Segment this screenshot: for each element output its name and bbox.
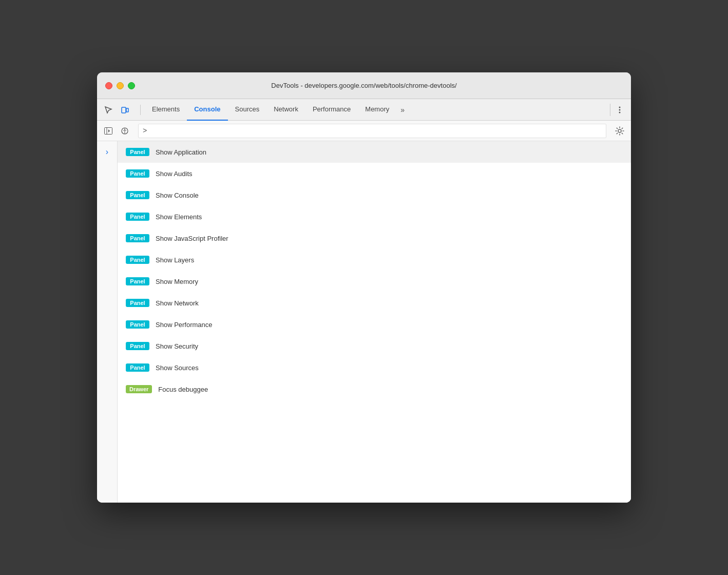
- badge-panel: Panel: [126, 256, 149, 264]
- tab-bar: Elements Console Sources Network Perform…: [97, 99, 631, 121]
- settings-icon[interactable]: [612, 124, 627, 138]
- badge-panel: Panel: [126, 299, 149, 307]
- filter-icon[interactable]: [118, 124, 132, 138]
- badge-panel: Panel: [126, 148, 149, 156]
- item-label: Show JavaScript Profiler: [156, 235, 228, 242]
- minimize-button[interactable]: [117, 82, 124, 89]
- svg-rect-0: [122, 107, 126, 113]
- tab-bar-right: [610, 103, 627, 117]
- tab-sources[interactable]: Sources: [228, 99, 267, 121]
- item-label: Show Security: [156, 342, 198, 350]
- badge-panel: Panel: [126, 363, 149, 372]
- dropdown-item[interactable]: PanelShow Elements: [118, 206, 631, 227]
- item-label: Show Console: [156, 191, 199, 199]
- svg-point-4: [619, 111, 621, 113]
- close-button[interactable]: [105, 82, 112, 89]
- more-tabs-button[interactable]: »: [396, 99, 409, 121]
- toolbar-icons: [101, 103, 132, 117]
- tab-elements[interactable]: Elements: [145, 99, 187, 121]
- badge-panel: Panel: [126, 342, 149, 350]
- maximize-button[interactable]: [128, 82, 135, 89]
- badge-panel: Panel: [126, 234, 149, 242]
- dropdown-item[interactable]: PanelShow Audits: [118, 163, 631, 184]
- content-area: [118, 400, 631, 503]
- main-content: › PanelShow ApplicationPanelShow AuditsP…: [97, 141, 631, 503]
- tab-console[interactable]: Console: [187, 99, 227, 121]
- badge-panel: Panel: [126, 191, 149, 199]
- dropdown-item[interactable]: PanelShow Memory: [118, 271, 631, 292]
- svg-point-2: [619, 106, 621, 108]
- dropdown-list: PanelShow ApplicationPanelShow AuditsPan…: [118, 141, 631, 400]
- devtools-window: DevTools - developers.google.com/web/too…: [97, 72, 631, 503]
- item-label: Show Performance: [156, 321, 213, 329]
- item-label: Show Layers: [156, 256, 194, 264]
- more-options-icon[interactable]: [612, 103, 627, 117]
- console-toolbar: >: [97, 121, 631, 141]
- item-label: Show Elements: [156, 213, 202, 221]
- traffic-lights: [105, 82, 135, 89]
- item-label: Show Memory: [156, 278, 198, 285]
- console-input[interactable]: [147, 127, 602, 135]
- badge-panel: Panel: [126, 320, 149, 329]
- tab-performance[interactable]: Performance: [305, 99, 358, 121]
- badge-panel: Panel: [126, 169, 149, 178]
- item-label: Show Audits: [156, 170, 193, 178]
- sidebar: ›: [97, 141, 118, 503]
- expand-sidebar-icon[interactable]: ›: [104, 145, 110, 159]
- dropdown-item[interactable]: PanelShow Performance: [118, 314, 631, 335]
- svg-marker-7: [108, 129, 110, 132]
- tabs-container: Elements Console Sources Network Perform…: [145, 99, 610, 121]
- vertical-divider: [610, 104, 610, 116]
- item-label: Show Network: [156, 299, 199, 307]
- autocomplete-dropdown: PanelShow ApplicationPanelShow AuditsPan…: [118, 141, 631, 503]
- badge-panel: Panel: [126, 213, 149, 221]
- device-toolbar-icon[interactable]: [118, 103, 132, 117]
- svg-rect-1: [126, 108, 128, 112]
- item-label: Show Sources: [156, 364, 199, 372]
- title-bar: DevTools - developers.google.com/web/too…: [97, 72, 631, 99]
- badge-drawer: Drawer: [126, 385, 152, 393]
- dropdown-item[interactable]: PanelShow Console: [118, 184, 631, 206]
- svg-point-10: [618, 129, 621, 132]
- dropdown-item[interactable]: PanelShow Sources: [118, 357, 631, 378]
- sidebar-toggle-icon[interactable]: [101, 124, 116, 138]
- badge-panel: Panel: [126, 277, 149, 285]
- console-input-area[interactable]: >: [138, 124, 606, 138]
- console-prompt: >: [143, 127, 147, 135]
- dropdown-item[interactable]: DrawerFocus debuggee: [118, 378, 631, 400]
- tab-memory[interactable]: Memory: [358, 99, 396, 121]
- dropdown-item[interactable]: PanelShow JavaScript Profiler: [118, 227, 631, 249]
- item-label: Show Application: [156, 148, 206, 156]
- item-label: Focus debuggee: [158, 386, 208, 393]
- svg-point-3: [619, 109, 621, 110]
- window-title: DevTools - developers.google.com/web/too…: [271, 82, 456, 89]
- tab-divider: [140, 105, 141, 115]
- dropdown-item[interactable]: PanelShow Application: [118, 141, 631, 163]
- dropdown-item[interactable]: PanelShow Layers: [118, 249, 631, 271]
- dropdown-item[interactable]: PanelShow Network: [118, 292, 631, 314]
- dropdown-item[interactable]: PanelShow Security: [118, 335, 631, 357]
- tab-network[interactable]: Network: [266, 99, 305, 121]
- inspect-element-icon[interactable]: [101, 103, 116, 117]
